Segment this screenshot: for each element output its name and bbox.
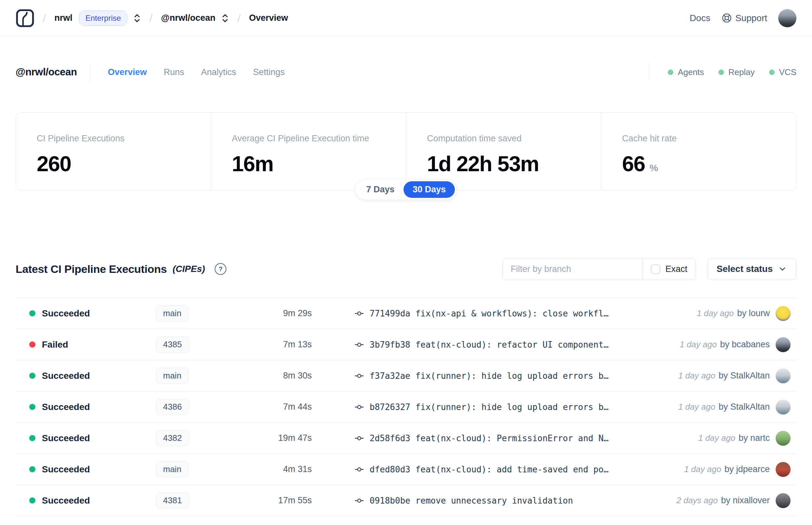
page-title: @nrwl/ocean [16,66,77,78]
nx-cloud-logo-icon[interactable] [16,9,34,28]
commit-message[interactable]: b8726327 fix(runner): hide log upload er… [370,402,609,412]
support-link[interactable]: Support [721,13,767,24]
table-row[interactable]: Succeeded main 4m 31s dfed80d3 feat(nx-c… [16,454,796,485]
commit-cell: dfed80d3 feat(nx-cloud): add time-saved … [355,465,677,474]
breadcrumb-org[interactable]: nrwl [54,13,73,23]
exact-label: Exact [665,264,688,274]
range-30-days-button[interactable]: 30 Days [403,181,455,198]
stat-value: 16m [232,151,406,176]
branch-badge[interactable]: 4385 [156,336,189,352]
commit-message[interactable]: 771499da fix(nx-api & workflows): close … [370,309,609,318]
time-ago-label: 1 day ago [698,433,735,443]
branch-badge[interactable]: main [156,368,188,384]
green-dot-icon [668,70,673,75]
branch-badge[interactable]: 4381 [156,493,189,508]
stat-value: 260 [37,151,211,176]
table-row[interactable]: Succeeded 4381 17m 55s 0918b0be remove u… [16,485,796,516]
git-commit-icon [355,309,364,318]
git-commit-icon [355,403,364,411]
author-avatar[interactable] [776,462,791,477]
org-switcher-chevron-icon[interactable] [133,13,141,24]
tab-settings[interactable]: Settings [253,67,285,77]
workspace-switcher-chevron-icon[interactable] [221,13,229,24]
commit-cell: 3b79fb38 feat(nx-cloud): refactor UI com… [355,340,673,349]
divider [91,62,91,82]
meta-cell: 1 day ago by lourw [697,306,791,321]
duration-label: 9m 29s [237,308,312,318]
duration-label: 7m 13s [237,340,312,349]
commit-message[interactable]: dfed80d3 feat(nx-cloud): add time-saved … [370,465,609,474]
commit-message[interactable]: 2d58f6d3 feat(nx-cloud): PermissionError… [370,433,609,443]
time-ago-label: 1 day ago [680,340,717,349]
author-avatar[interactable] [776,400,791,415]
enterprise-badge: Enterprise [79,10,127,26]
stat-label: Cache hit rate [622,134,796,144]
exact-toggle[interactable]: Exact [642,258,696,280]
stat-label: Average CI Pipeline Execution time [232,134,406,144]
exact-checkbox[interactable] [651,265,660,274]
duration-label: 4m 31s [237,464,312,474]
tab-analytics[interactable]: Analytics [201,67,236,77]
breadcrumb-workspace[interactable]: @nrwl/ocean [161,13,215,23]
status-dot-icon [29,466,35,472]
branch-badge[interactable]: 4382 [156,430,189,446]
status-agents[interactable]: Agents [668,67,704,77]
commit-message[interactable]: 0918b0be remove unnecessary invalidation [370,496,573,506]
range-7-days-button[interactable]: 7 Days [357,181,403,198]
time-ago-label: 1 day ago [678,371,715,381]
section-title: Latest CI Pipeline Executions [16,263,167,275]
status-replay[interactable]: Replay [718,67,755,77]
branch-badge[interactable]: 4386 [156,399,189,415]
duration-label: 17m 55s [237,495,312,506]
status-label: Succeeded [42,433,90,444]
commit-message[interactable]: f37a32ae fix(runner): hide log upload er… [370,371,609,381]
author-avatar[interactable] [776,369,791,384]
time-ago-label: 1 day ago [684,464,721,474]
author-avatar[interactable] [776,337,791,352]
branch-badge[interactable]: main [156,461,188,477]
docs-link[interactable]: Docs [690,13,710,24]
git-commit-icon [355,371,364,380]
meta-cell: 2 days ago by nixallover [677,493,791,508]
branch-filter-input[interactable] [503,258,642,280]
table-row[interactable]: Succeeded main 8m 30s f37a32ae fix(runne… [16,360,796,391]
author-label: by StalkAltan [718,371,770,381]
stat-card-ci-executions: CI Pipeline Executions 260 [16,113,211,190]
tab-runs[interactable]: Runs [164,67,184,77]
table-row[interactable]: Succeeded 4386 7m 44s b8726327 fix(runne… [16,391,796,423]
status-label: Failed [42,340,68,350]
meta-cell: 1 day ago by nartc [698,431,791,446]
author-avatar[interactable] [776,306,791,321]
time-ago-label: 2 days ago [677,495,718,506]
user-avatar[interactable] [778,9,796,27]
table-row[interactable]: Succeeded main 9m 29s 771499da fix(nx-ap… [16,298,796,329]
cipe-table: Succeeded main 9m 29s 771499da fix(nx-ap… [16,298,796,516]
meta-cell: 1 day ago by bcabanes [680,337,791,352]
time-ago-label: 1 day ago [678,402,715,412]
commit-cell: 0918b0be remove unnecessary invalidation [355,496,670,506]
status-dot-icon [29,310,35,316]
status-cell: Failed [29,340,156,350]
status-select-button[interactable]: Select status [707,258,796,280]
status-label: Succeeded [42,402,90,412]
author-avatar[interactable] [776,493,791,508]
author-label: by lourw [737,308,770,318]
author-label: by StalkAltan [718,402,770,412]
commit-cell: b8726327 fix(runner): hide log upload er… [355,402,672,412]
tab-overview[interactable]: Overview [108,67,147,77]
branch-badge[interactable]: main [156,305,188,321]
status-dot-icon [29,342,35,348]
help-icon[interactable]: ? [215,263,226,275]
table-row[interactable]: Succeeded 4382 19m 47s 2d58f6d3 feat(nx-… [16,423,796,454]
table-row[interactable]: Failed 4385 7m 13s 3b79fb38 feat(nx-clou… [16,329,796,360]
date-range-toggle: 7 Days 30 Days [355,179,457,200]
stat-label: Computation time saved [427,134,601,144]
git-commit-icon [355,434,364,443]
commit-message[interactable]: 3b79fb38 feat(nx-cloud): refactor UI com… [370,340,609,349]
status-label: Succeeded [42,308,90,319]
workspace-tabs: Overview Runs Analytics Settings [108,67,285,77]
duration-label: 8m 30s [237,371,312,381]
git-commit-icon [355,340,364,349]
status-vcs[interactable]: VCS [769,67,796,77]
author-avatar[interactable] [776,431,791,446]
